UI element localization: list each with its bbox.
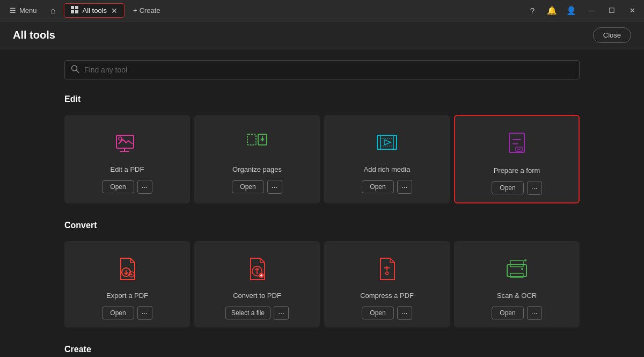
add-rich-media-label: Add rich media — [364, 165, 411, 173]
maximize-icon: ☐ — [609, 6, 615, 14]
create-section: Create — [64, 345, 580, 354]
create-tab-button[interactable]: + Create — [127, 4, 167, 17]
plus-icon: + — [133, 6, 137, 14]
convert-tools-grid: Export a PDF Open ··· — [64, 241, 580, 327]
organize-pages-actions: Open ··· — [232, 180, 282, 194]
tool-card-prepare-form[interactable]: Prepare a form Open ··· — [454, 115, 580, 203]
convert-to-pdf-label: Convert to PDF — [233, 292, 281, 300]
scan-ocr-label: Scan & OCR — [497, 292, 537, 300]
menu-label: Menu — [19, 6, 37, 14]
menu-icon: ☰ — [10, 6, 16, 14]
edit-pdf-more-button[interactable]: ··· — [137, 180, 152, 194]
help-icon: ? — [530, 6, 535, 15]
edit-pdf-open-button[interactable]: Open — [102, 180, 134, 193]
compress-pdf-more-button[interactable]: ··· — [397, 306, 412, 320]
compress-pdf-icon — [370, 252, 404, 286]
convert-section-title: Convert — [64, 221, 580, 230]
export-pdf-icon — [110, 252, 144, 286]
svg-point-7 — [119, 137, 122, 140]
window-close-button[interactable]: ✕ — [625, 3, 640, 18]
search-icon — [71, 65, 79, 75]
tool-card-add-rich-media[interactable]: Add rich media Open ··· — [324, 115, 450, 203]
svg-rect-2 — [71, 10, 74, 13]
edit-pdf-icon — [110, 126, 144, 160]
tool-card-edit-pdf[interactable]: Edit a PDF Open ··· — [64, 115, 190, 203]
export-pdf-open-button[interactable]: Open — [102, 307, 134, 319]
convert-to-pdf-actions: Select a file ··· — [225, 306, 289, 320]
minimize-button[interactable]: — — [584, 3, 599, 18]
main-content: Edit Edit a PDF — [0, 49, 644, 357]
svg-rect-38 — [510, 260, 523, 267]
compress-pdf-label: Compress a PDF — [360, 292, 414, 300]
scan-ocr-open-button[interactable]: Open — [492, 307, 523, 319]
create-tab-label: Create — [140, 6, 160, 14]
active-tab-label: All tools — [83, 6, 107, 14]
help-button[interactable]: ? — [525, 3, 540, 18]
svg-rect-0 — [71, 6, 74, 9]
compress-pdf-actions: Open ··· — [362, 306, 412, 320]
page-title: All tools — [13, 29, 55, 41]
organize-pages-icon — [240, 126, 274, 160]
menu-button[interactable]: ☰ Menu — [4, 4, 42, 17]
create-section-title: Create — [64, 345, 580, 354]
add-rich-media-actions: Open ··· — [362, 180, 412, 194]
edit-section-title: Edit — [64, 94, 580, 104]
account-button[interactable]: 👤 — [564, 3, 579, 18]
grid-icon — [71, 6, 78, 15]
prepare-form-label: Prepare a form — [494, 166, 540, 174]
add-rich-media-more-button[interactable]: ··· — [397, 180, 412, 194]
svg-rect-11 — [247, 134, 256, 145]
export-pdf-actions: Open ··· — [102, 306, 152, 320]
edit-tools-grid: Edit a PDF Open ··· Organiz — [64, 115, 580, 203]
window-close-icon: ✕ — [630, 6, 635, 14]
titlebar: ☰ Menu ⌂ All tools ✕ + Create ? 🔔 👤 — [0, 0, 644, 21]
home-icon: ⌂ — [50, 6, 56, 16]
convert-section: Convert — [64, 221, 580, 327]
add-rich-media-open-button[interactable]: Open — [362, 180, 393, 193]
organize-pages-more-button[interactable]: ··· — [267, 180, 282, 194]
convert-to-pdf-select-button[interactable]: Select a file — [225, 307, 270, 319]
svg-point-44 — [521, 268, 523, 270]
tool-card-scan-ocr[interactable]: Scan & OCR Open ··· — [454, 241, 580, 327]
convert-to-pdf-icon — [240, 252, 274, 286]
tab-close-button[interactable]: ✕ — [111, 6, 118, 15]
page-header: All tools Close — [0, 21, 644, 49]
minimize-icon: — — [588, 6, 595, 14]
search-container — [64, 60, 580, 79]
tool-card-convert-to-pdf[interactable]: Convert to PDF Select a file ··· — [194, 241, 320, 327]
tool-card-export-pdf[interactable]: Export a PDF Open ··· — [64, 241, 190, 327]
home-button[interactable]: ⌂ — [45, 2, 62, 19]
svg-line-5 — [77, 70, 79, 73]
close-button[interactable]: Close — [593, 27, 631, 43]
edit-pdf-label: Edit a PDF — [111, 165, 144, 173]
svg-rect-3 — [75, 10, 78, 13]
organize-pages-open-button[interactable]: Open — [232, 180, 264, 193]
scan-ocr-more-button[interactable]: ··· — [527, 306, 542, 320]
export-pdf-more-button[interactable]: ··· — [137, 306, 152, 320]
user-icon: 👤 — [566, 6, 576, 16]
prepare-form-more-button[interactable]: ··· — [527, 181, 542, 195]
search-input[interactable] — [64, 60, 580, 79]
scan-ocr-actions: Open ··· — [492, 306, 541, 320]
maximize-button[interactable]: ☐ — [604, 3, 619, 18]
svg-rect-1 — [75, 6, 78, 9]
tool-card-compress-pdf[interactable]: Compress a PDF Open ··· — [324, 241, 450, 327]
svg-point-35 — [386, 272, 389, 275]
convert-to-pdf-more-button[interactable]: ··· — [274, 306, 289, 320]
tool-card-organize-pages[interactable]: Organize pages Open ··· — [194, 115, 320, 203]
scan-ocr-icon — [500, 252, 534, 286]
edit-pdf-actions: Open ··· — [102, 180, 152, 194]
edit-section: Edit Edit a PDF — [64, 94, 580, 203]
compress-pdf-open-button[interactable]: Open — [362, 307, 393, 319]
add-rich-media-icon — [370, 126, 404, 160]
organize-pages-label: Organize pages — [232, 165, 282, 173]
active-tab[interactable]: All tools ✕ — [64, 3, 125, 18]
svg-marker-19 — [384, 140, 391, 145]
prepare-form-icon — [500, 127, 534, 161]
prepare-form-actions: Open ··· — [492, 181, 541, 195]
prepare-form-open-button[interactable]: Open — [492, 181, 523, 194]
notifications-button[interactable]: 🔔 — [544, 3, 559, 18]
bell-icon: 🔔 — [547, 6, 557, 16]
export-pdf-label: Export a PDF — [106, 292, 148, 300]
